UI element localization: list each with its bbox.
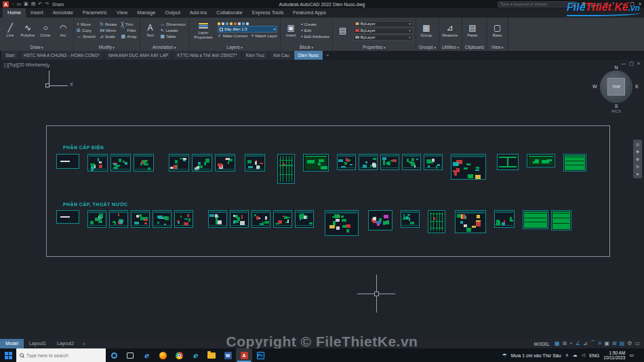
tool-circle[interactable]: ○Circle xyxy=(38,24,53,38)
annotation-scale-icon[interactable]: ▤ xyxy=(620,339,625,348)
tool-edit-attributes[interactable]: ▪Edit Attributes xyxy=(301,34,329,39)
file-tab-nha-anh-duc-anh-xay-lap[interactable]: NHA ANH DUC ANH-XAY LAP xyxy=(104,51,172,60)
taskbar-app-explorer[interactable] xyxy=(203,348,220,362)
save-icon[interactable]: ▣ xyxy=(24,0,28,8)
sign-in-button[interactable]: Sign In xyxy=(582,2,601,7)
tool-match-layer[interactable]: ≡Match Layer xyxy=(251,33,277,39)
notification-center-icon[interactable]: ▭ xyxy=(629,353,634,358)
ribbon-tab-collaborate[interactable]: Collaborate xyxy=(212,8,247,18)
viewcube-top-face[interactable]: TOP xyxy=(607,78,625,96)
ribbon-tab-view[interactable]: View xyxy=(112,8,132,18)
grid-icon[interactable]: ▦ xyxy=(555,339,560,348)
ribbon-tab-annotate[interactable]: Annotate xyxy=(48,8,78,18)
cortana-button[interactable] xyxy=(106,348,122,362)
ribbon-tab-parametric[interactable]: Parametric xyxy=(78,8,112,18)
layer-toggle-icon[interactable] xyxy=(230,22,233,25)
tool-layer-properties[interactable]: Layer Properties xyxy=(192,22,215,39)
panel-label[interactable]: View xyxy=(487,43,508,51)
tool-group[interactable]: ▦Group xyxy=(419,24,434,38)
tool-array[interactable]: ▦Array xyxy=(121,34,137,39)
tray-chevron-icon[interactable]: ∧ xyxy=(565,353,569,358)
pan-icon[interactable]: ✥ xyxy=(636,149,639,154)
panel-label[interactable]: Groups xyxy=(416,43,439,51)
orbit-icon[interactable]: ↻ xyxy=(636,164,639,169)
drawing-canvas[interactable]: [-][Top][2D Wireframe] —▢× Y X N TOP W E… xyxy=(0,60,644,339)
snap-icon[interactable]: ⊞ xyxy=(563,339,567,348)
tool-match-properties[interactable]: ▤ xyxy=(336,26,350,35)
add-layout-button[interactable]: + xyxy=(79,342,89,346)
isodraft-icon[interactable]: ⊿ xyxy=(583,339,588,348)
layer-toggle-icon[interactable] xyxy=(218,22,220,25)
panel-label[interactable]: Modify xyxy=(74,43,140,51)
tool-leader[interactable]: ↖Leader xyxy=(161,28,186,33)
taskbar-app-ie[interactable]: e xyxy=(138,348,155,362)
layer-toggle-icon[interactable] xyxy=(246,22,249,25)
maximize-button[interactable]: ▢ xyxy=(630,1,635,7)
clock[interactable]: 1:50 AM 10/11/2023 xyxy=(603,350,625,361)
taskbar-search-input[interactable] xyxy=(26,353,102,358)
file-tab-kttc-nh-a-th-anh-250927[interactable]: KTTC-Nhà a Thế Anh 250927* xyxy=(173,51,241,60)
tool-fillet[interactable]: ⌒Fillet xyxy=(121,28,137,33)
ribbon-tab-home[interactable]: Home xyxy=(3,8,26,18)
file-tab-dien-nuoc[interactable]: Dien Nuoc xyxy=(294,51,323,60)
drawing-close-button[interactable]: × xyxy=(637,61,640,66)
tool-arc[interactable]: ◠Arc xyxy=(56,24,71,38)
lineweight-icon[interactable]: ≡ xyxy=(599,339,602,348)
panel-label[interactable]: Draw xyxy=(0,43,73,51)
viewcube[interactable]: N TOP W E S WCS xyxy=(595,65,637,113)
layout-tab-layout1[interactable]: Layout1 xyxy=(24,339,52,348)
taskbar-app-photoshop[interactable]: Ps xyxy=(252,348,268,362)
layout-tab-model[interactable]: Model xyxy=(0,339,24,348)
share-button[interactable]: Share xyxy=(52,2,64,7)
taskbar-app-word[interactable]: W xyxy=(220,348,236,362)
taskbar-app-autocad[interactable]: A xyxy=(236,348,252,362)
file-tab-ket-cau[interactable]: Ket Cau xyxy=(269,51,294,60)
new-drawing-tab-button[interactable]: + xyxy=(323,51,332,60)
osnap-icon[interactable]: ⌒ xyxy=(590,339,596,348)
ribbon-tab-output[interactable]: Output xyxy=(160,8,185,18)
clean-screen-icon[interactable]: ▭ xyxy=(635,339,640,348)
taskbar-app-edge[interactable]: e xyxy=(187,348,203,362)
layer-toggle-icon[interactable] xyxy=(226,22,228,25)
app-store-icon[interactable]: ◈ xyxy=(605,1,608,7)
panel-label[interactable]: Properties xyxy=(333,43,416,51)
undo-icon[interactable]: ↶ xyxy=(38,0,42,8)
weather-text[interactable]: Mưa 1 cm vào Thứ Sáu xyxy=(511,353,561,358)
tool-trim[interactable]: ╳Trim xyxy=(121,22,137,27)
tool-rotate[interactable]: ↻Rotate xyxy=(100,22,117,27)
infer-constraints-icon[interactable]: + xyxy=(569,339,573,348)
layer-toggle-icon[interactable] xyxy=(234,22,237,25)
layer-toggle-icon[interactable] xyxy=(222,22,224,25)
autocad-app-icon[interactable]: A xyxy=(3,1,9,7)
tool-base[interactable]: ▢Base xyxy=(490,24,505,38)
tool-stretch[interactable]: ↔Stretch xyxy=(77,34,96,39)
help-search-box[interactable] xyxy=(498,1,578,7)
tool-polyline[interactable]: ∿Polyline xyxy=(20,24,35,38)
panel-label[interactable]: Block xyxy=(281,43,332,51)
ribbon-tab-add-ins[interactable]: Add-ins xyxy=(185,8,212,18)
file-tab-start[interactable]: Start xyxy=(1,51,19,60)
file-tab-kien-truc[interactable]: Kien Truc xyxy=(242,51,268,60)
taskbar-app-chrome[interactable] xyxy=(171,348,187,362)
onedrive-icon[interactable]: ☁ xyxy=(573,353,578,358)
panel-label[interactable]: Layers xyxy=(189,43,280,51)
close-button[interactable]: × xyxy=(639,1,641,7)
open-file-icon[interactable]: ▭ xyxy=(16,0,21,8)
tool-table[interactable]: ▦Table xyxy=(161,34,186,39)
steering-wheel-icon[interactable]: ◎ xyxy=(636,142,639,146)
language-indicator[interactable]: ENG xyxy=(589,353,599,358)
file-tab-hstc-nha-a-chung-hoan-cong[interactable]: HSTC NHA A CHUNG - HOAN CONG* xyxy=(20,51,104,60)
tool-move[interactable]: +Move xyxy=(77,22,96,27)
minimize-button[interactable]: — xyxy=(621,1,626,7)
panel-label[interactable]: Clipboard xyxy=(462,43,487,51)
tool-copy[interactable]: ⊞Copy xyxy=(77,28,96,33)
tool-text[interactable]: AText xyxy=(143,24,158,38)
property-dropdown-1[interactable]: ByLayer▾ xyxy=(353,28,413,34)
panel-label[interactable]: Annotation xyxy=(140,43,188,51)
wcs-menu[interactable]: WCS xyxy=(595,109,637,113)
selection-cycling-icon[interactable]: ⊞ xyxy=(612,339,617,348)
layer-dropdown[interactable]: Dây điện 1.5▾ xyxy=(218,26,277,33)
property-dropdown-2[interactable]: ByLayer▾ xyxy=(353,35,413,41)
help-search-input[interactable] xyxy=(500,2,569,6)
taskbar-app-firefox[interactable] xyxy=(155,348,171,362)
